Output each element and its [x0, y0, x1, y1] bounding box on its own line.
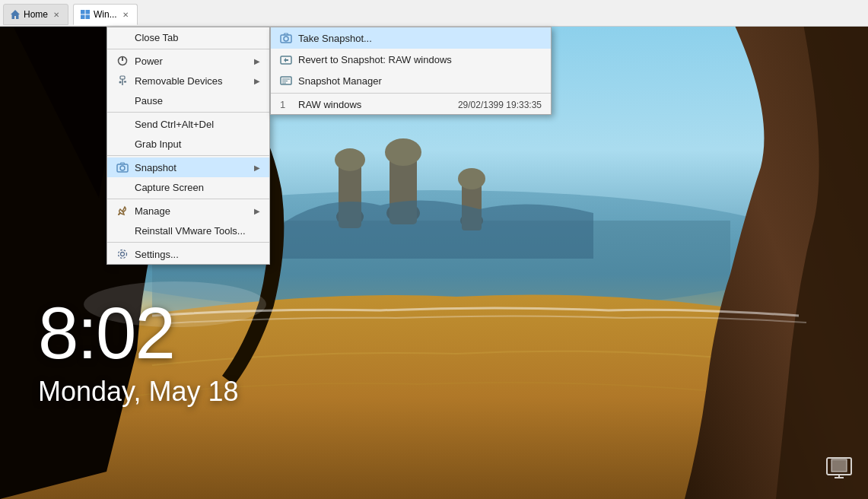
menu-item-power[interactable]: Power ▶ — [107, 51, 269, 71]
snapshot-icon — [116, 161, 129, 173]
capture-screen-icon — [116, 181, 129, 193]
menu-item-close-tab[interactable]: Close Tab — [107, 27, 269, 47]
menu-separator-2 — [107, 112, 269, 113]
menu-item-reinstall-tools[interactable]: Reinstall VMware Tools... — [107, 221, 269, 240]
take-snapshot-label: Take Snapshot... — [298, 33, 372, 44]
grab-input-icon — [116, 138, 129, 150]
snapshot-entry-raw-windows[interactable]: 1 RAW windows 29/02/1399 19:33:35 — [271, 95, 551, 114]
home-tab-icon — [10, 9, 21, 20]
monitor-icon[interactable] — [825, 456, 853, 484]
tab-win-label: Win... — [94, 9, 117, 20]
time-display: 8:02 Monday, May 18 — [38, 297, 238, 408]
snapshot-entry-name: RAW windows — [298, 99, 452, 110]
tab-win-close[interactable]: ✕ — [120, 9, 131, 20]
reinstall-icon — [116, 224, 129, 237]
menu-separator-4 — [107, 199, 269, 199]
tab-home[interactable]: Home ✕ — [3, 4, 68, 25]
win-tab-icon — [80, 9, 91, 20]
submenu-snapshot-manager[interactable]: Snapshot Manager — [271, 70, 551, 91]
close-tab-icon — [116, 31, 129, 43]
settings-label: Settings... — [135, 249, 179, 260]
menu-item-removable-devices[interactable]: Removable Devices ▶ — [107, 71, 269, 91]
removable-devices-arrow: ▶ — [254, 77, 260, 85]
menu-item-snapshot[interactable]: Snapshot ▶ — [107, 157, 269, 177]
tab-home-close[interactable]: ✕ — [51, 9, 62, 20]
snapshot-manager-icon — [280, 75, 292, 87]
svg-point-35 — [284, 37, 288, 41]
svg-rect-19 — [81, 10, 85, 14]
close-tab-label: Close Tab — [135, 32, 179, 43]
menu-separator-1 — [107, 49, 269, 49]
take-snapshot-icon — [280, 32, 292, 44]
svg-point-5 — [335, 148, 365, 171]
menu-item-capture-screen[interactable]: Capture Screen — [107, 177, 269, 197]
menu-item-settings[interactable]: Settings... — [107, 244, 269, 264]
snapshot-entry-date: 29/02/1399 19:33:35 — [458, 100, 542, 110]
svg-rect-25 — [120, 76, 125, 79]
capture-screen-label: Capture Screen — [135, 182, 204, 193]
power-label: Power — [135, 56, 163, 67]
svg-point-30 — [120, 166, 125, 170]
svg-line-31 — [119, 213, 120, 215]
revert-snapshot-icon — [280, 53, 292, 65]
manage-label: Manage — [135, 205, 170, 217]
revert-snapshot-label: Revert to Snapshot: RAW windows — [298, 54, 452, 65]
manage-arrow: ▶ — [254, 207, 260, 215]
ctrl-alt-del-icon — [116, 118, 129, 130]
submenu-revert-snapshot[interactable]: Revert to Snapshot: RAW windows — [271, 49, 551, 70]
settings-icon — [116, 248, 129, 260]
pause-icon — [116, 94, 129, 106]
clock-date: Monday, May 18 — [38, 376, 238, 408]
menu-separator-5 — [107, 242, 269, 243]
removable-devices-label: Removable Devices — [135, 75, 223, 87]
snapshot-arrow: ▶ — [254, 164, 260, 172]
svg-point-8 — [385, 138, 421, 166]
tab-win[interactable]: Win... ✕ — [73, 4, 138, 25]
svg-point-27 — [119, 81, 122, 84]
clock-time: 8:02 — [38, 297, 238, 370]
context-menu: Close Tab Power ▶ Removable Devices ▶ P — [107, 27, 270, 265]
svg-rect-14 — [831, 459, 847, 472]
manage-icon — [116, 205, 129, 217]
svg-point-11 — [458, 168, 485, 189]
tab-home-label: Home — [24, 9, 48, 20]
ctrl-alt-del-label: Send Ctrl+Alt+Del — [135, 119, 214, 130]
svg-rect-22 — [86, 15, 91, 20]
snapshot-submenu: Take Snapshot... Revert to Snapshot: RAW… — [270, 27, 552, 115]
menu-item-pause[interactable]: Pause — [107, 91, 269, 110]
menu-item-ctrl-alt-del[interactable]: Send Ctrl+Alt+Del — [107, 114, 269, 134]
svg-rect-28 — [124, 81, 126, 83]
pause-label: Pause — [135, 95, 163, 106]
power-arrow: ▶ — [254, 57, 260, 65]
grab-input-label: Grab Input — [135, 138, 181, 150]
menu-item-manage[interactable]: Manage ▶ — [107, 201, 269, 221]
svg-point-32 — [121, 253, 125, 256]
svg-point-33 — [119, 250, 127, 259]
usb-icon — [116, 75, 129, 87]
svg-rect-21 — [81, 15, 85, 20]
menu-separator-3 — [107, 155, 269, 156]
snapshot-label: Snapshot — [135, 162, 176, 173]
submenu-take-snapshot[interactable]: Take Snapshot... — [271, 27, 551, 49]
snapshot-entry-num: 1 — [280, 99, 292, 110]
snapshot-manager-label: Snapshot Manager — [298, 75, 382, 87]
svg-rect-20 — [86, 10, 91, 14]
titlebar: Home ✕ Win... ✕ — [0, 0, 868, 27]
power-icon — [116, 55, 129, 67]
menu-item-grab-input[interactable]: Grab Input — [107, 134, 269, 154]
submenu-separator — [271, 93, 551, 94]
reinstall-label: Reinstall VMware Tools... — [135, 225, 246, 237]
